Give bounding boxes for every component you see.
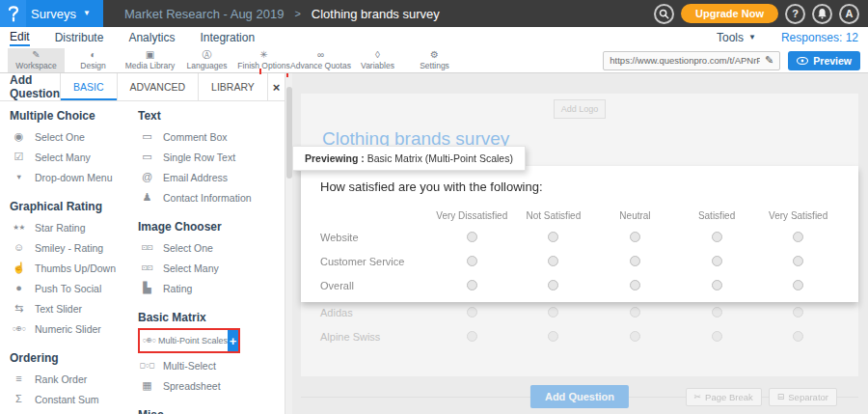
question-type-dropdown-menu[interactable]: ▼ Drop-down Menu	[10, 167, 138, 187]
question-type-contact-information[interactable]: ♟ Contact Information	[138, 187, 285, 207]
comment-box-icon: ▭	[138, 131, 156, 142]
questionpro-logo[interactable]	[0, 0, 26, 27]
page-break-button[interactable]: ✂ Page Break	[686, 388, 762, 406]
question-type-select-many[interactable]: ☑ Select Many	[10, 147, 138, 167]
responses-count[interactable]: Responses: 12	[781, 31, 858, 44]
help-button[interactable]: ?	[785, 4, 805, 24]
tab-library[interactable]: LIBRARY	[198, 73, 267, 100]
finish-options-icon: ✳	[259, 50, 267, 60]
question-type-thumbs-up-down[interactable]: ☝ Thumbs Up/Down	[10, 258, 138, 278]
question-type-select-one[interactable]: ◉ Select One	[10, 126, 138, 147]
question-type-constant-sum[interactable]: Σ Constant Sum	[10, 389, 138, 409]
tools-menu[interactable]: Tools▼	[717, 31, 756, 44]
question-type-spreadsheet[interactable]: ▦ Spreadsheet	[138, 375, 285, 396]
close-panel-button[interactable]: ×	[267, 73, 285, 100]
toolbar-item-settings[interactable]: ⚙ Settings	[406, 48, 463, 72]
radio-button[interactable]	[467, 256, 477, 266]
add-multi-point-scales-button[interactable]: +	[228, 330, 238, 351]
radio-button[interactable]	[793, 232, 803, 242]
matrix-row-overall: Overall	[301, 273, 858, 297]
question-type-comment-box[interactable]: ▭ Comment Box	[138, 126, 285, 147]
toolbar-item-variables[interactable]: ◊ Variables	[349, 48, 406, 72]
breadcrumb-parent[interactable]: Market Research - Aug 2019	[124, 7, 284, 21]
nav-item-distribute[interactable]: Distribute	[55, 31, 104, 44]
radio-button[interactable]	[548, 331, 558, 342]
notifications-button[interactable]	[812, 4, 832, 24]
question-type-push-to-social[interactable]: ● Push To Social	[10, 278, 138, 298]
question-type-email-address[interactable]: @ Email Address	[138, 167, 285, 187]
question-type-multi-select[interactable]: ◻○◻ Multi-Select	[138, 355, 285, 375]
tab-basic[interactable]: BASIC	[60, 73, 117, 100]
radio-button[interactable]	[467, 331, 477, 342]
row-label: Customer Service	[301, 256, 431, 267]
toolbar-right: https://www.questionpro.com/t/APNrFZ ✎ P…	[603, 48, 868, 72]
question-type-image-select-many[interactable]: ⊡⊡ Select Many	[138, 258, 285, 278]
radio-button[interactable]	[712, 307, 722, 317]
toolbar-item-design[interactable]: ◐ Design	[65, 48, 122, 72]
upgrade-now-button[interactable]: Upgrade Now	[681, 4, 778, 23]
radio-button[interactable]	[630, 232, 640, 242]
toolbar-item-workspace[interactable]: ✎ Workspace	[8, 48, 65, 72]
radio-button[interactable]	[793, 307, 803, 317]
radio-button[interactable]	[467, 280, 477, 290]
question-type-multi-point-scales[interactable]: ○⊕○ Multi-Point Scales +	[138, 328, 240, 353]
preview-button[interactable]: Preview	[788, 51, 860, 70]
toolbar-item-advance-quotas[interactable]: ∞ Advance Quotas	[292, 48, 349, 72]
radio-button[interactable]	[793, 256, 803, 266]
question-type-star-rating[interactable]: ★★ Star Rating	[10, 217, 138, 237]
radio-button[interactable]	[467, 307, 477, 317]
radio-button[interactable]	[630, 307, 640, 317]
radio-button[interactable]	[712, 331, 722, 342]
surveys-menu[interactable]: Surveys ▼	[26, 0, 103, 27]
radio-button[interactable]	[548, 280, 558, 290]
radio-button[interactable]	[630, 280, 640, 290]
radio-button[interactable]	[548, 307, 558, 317]
topbar: Surveys ▼ Market Research - Aug 2019 > C…	[0, 0, 868, 27]
question-type-image-rating[interactable]: ▙ Rating	[138, 278, 285, 298]
edit-url-icon[interactable]: ✎	[765, 54, 773, 67]
question-type-single-row-text[interactable]: ▭ Single Row Text	[138, 147, 285, 167]
toolbar-item-finish-options[interactable]: ✳ Finish Options	[235, 48, 292, 72]
separator-button[interactable]: ⊟ Separator	[769, 388, 837, 406]
panel-scrollbar[interactable]	[285, 73, 292, 414]
radio-button[interactable]	[548, 256, 558, 266]
radio-button[interactable]	[548, 232, 558, 242]
question-type-image-select-one[interactable]: ⊡⊡ Select One	[138, 237, 285, 258]
search-button[interactable]	[654, 4, 674, 24]
page-break-icon: ✂	[694, 392, 702, 401]
close-icon: ×	[273, 80, 281, 95]
avatar[interactable]: A	[839, 4, 859, 24]
question-type-smiley-rating[interactable]: ☺ Smiley - Rating	[10, 237, 138, 258]
column-header: Not Satisfied	[513, 210, 595, 221]
row-label: Adidas	[301, 307, 431, 318]
radio-button[interactable]	[793, 331, 803, 342]
section-text: Text ▭ Comment Box ▭ Single Row Text @ E…	[138, 109, 285, 207]
radio-button[interactable]	[467, 232, 477, 242]
radio-button[interactable]	[712, 280, 722, 290]
radio-button[interactable]	[712, 256, 722, 266]
nav-item-integration[interactable]: Integration	[200, 31, 255, 44]
radio-button[interactable]	[630, 331, 640, 342]
toolbar-item-media-library[interactable]: ▣ Media Library	[122, 48, 178, 72]
question-type-rank-order[interactable]: ≡ Rank Order	[10, 369, 138, 389]
topbar-actions: Upgrade Now ? A	[654, 4, 868, 24]
radio-button[interactable]	[793, 280, 803, 290]
question-type-text-slider[interactable]: ⇆ Text Slider	[10, 298, 138, 318]
nav-item-edit[interactable]: Edit	[10, 30, 30, 46]
variables-icon: ◊	[375, 50, 380, 60]
question-type-numeric-slider[interactable]: ○⊕○ Numeric Slider	[10, 318, 138, 339]
section-header: Misc	[138, 408, 285, 414]
column-header: Very Dissatisfied	[431, 210, 513, 221]
radio-button[interactable]	[712, 232, 722, 242]
toolbar-item-languages[interactable]: Ⓐ Languages	[178, 48, 235, 72]
section-header: Basic Matrix	[138, 311, 285, 324]
tab-advanced[interactable]: ADVANCED	[117, 73, 199, 100]
radio-button[interactable]	[630, 256, 640, 266]
survey-url-field[interactable]: https://www.questionpro.com/t/APNrFZ ✎	[603, 51, 780, 70]
panel-column-2: Text ▭ Comment Box ▭ Single Row Text @ E…	[138, 101, 285, 414]
add-question-button[interactable]: Add Question	[530, 385, 629, 408]
question-type-drag-and-drop[interactable]: ❏ Drag and Drop	[10, 409, 138, 414]
breadcrumb-separator: >	[294, 8, 300, 19]
nav-item-analytics[interactable]: Analytics	[128, 31, 175, 44]
add-logo-button[interactable]: Add Logo	[554, 99, 606, 119]
